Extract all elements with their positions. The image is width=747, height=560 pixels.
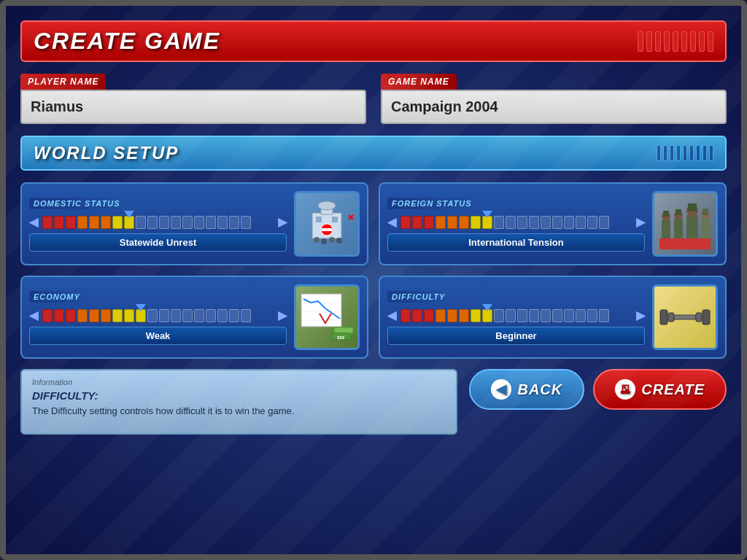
world-setup-title: WORLD SETUP xyxy=(34,143,657,163)
svg-rect-4 xyxy=(316,217,322,222)
foreign-status-panel: FOREIGN STATUS ◀ xyxy=(379,182,727,265)
svg-rect-37 xyxy=(674,315,696,319)
economy-right-arrow[interactable]: ▶ xyxy=(278,308,287,322)
info-box-text: The Difficulty setting controls how diff… xyxy=(32,405,446,418)
header-dash xyxy=(655,31,661,52)
button-row: ◀ BACK 🗳 CREATE xyxy=(469,369,727,410)
svg-rect-21 xyxy=(686,215,698,238)
create-button[interactable]: 🗳 CREATE xyxy=(593,369,727,410)
player-name-input[interactable] xyxy=(20,90,366,124)
svg-point-9 xyxy=(321,238,327,244)
svg-rect-35 xyxy=(660,310,667,324)
economy-inner: ECONOMY ◀ xyxy=(29,289,287,345)
svg-rect-27 xyxy=(301,294,341,327)
page-title: CREATE GAME xyxy=(34,28,630,55)
svg-point-11 xyxy=(336,238,342,244)
svg-rect-20 xyxy=(676,209,681,215)
player-name-label: PLAYER NAME xyxy=(20,74,106,90)
section-decoration xyxy=(657,145,713,161)
difficulty-slider-row: ◀ xyxy=(387,308,645,322)
game-name-label: GAME NAME xyxy=(381,74,457,90)
header-bar: CREATE GAME xyxy=(20,20,727,62)
svg-rect-18 xyxy=(674,219,683,238)
domestic-slider-indicator xyxy=(124,211,134,218)
difficulty-slider-indicator xyxy=(482,304,492,311)
svg-point-3 xyxy=(318,201,336,210)
domestic-icon-svg xyxy=(298,195,356,253)
economy-slider-bar[interactable] xyxy=(42,309,274,322)
difficulty-left-arrow[interactable]: ◀ xyxy=(387,308,396,322)
svg-rect-38 xyxy=(696,313,702,322)
svg-rect-26 xyxy=(703,209,708,215)
svg-rect-17 xyxy=(663,211,669,217)
difficulty-value-label: Beginner xyxy=(387,327,645,345)
economy-value-label: Weak xyxy=(29,327,287,345)
header-dash xyxy=(673,31,678,52)
info-box-label: Information xyxy=(32,378,446,386)
back-icon: ◀ xyxy=(491,379,511,400)
svg-rect-7 xyxy=(322,228,332,231)
header-dash xyxy=(646,31,652,52)
economy-left-arrow[interactable]: ◀ xyxy=(29,308,38,322)
difficulty-label: DIFFICULTY xyxy=(387,291,449,303)
header-dash xyxy=(681,31,687,52)
svg-rect-32 xyxy=(334,327,353,333)
svg-point-10 xyxy=(329,237,335,243)
difficulty-panel: DIFFICULTY ◀ xyxy=(379,276,727,359)
difficulty-icon xyxy=(652,284,718,350)
header-dash xyxy=(638,31,643,52)
economy-label: ECONOMY xyxy=(29,291,85,303)
difficulty-right-arrow[interactable]: ▶ xyxy=(636,308,645,322)
difficulty-inner: DIFFICULTY ◀ xyxy=(387,289,645,345)
economy-slider-row: ◀ xyxy=(29,308,287,322)
svg-rect-15 xyxy=(662,220,670,238)
create-icon: 🗳 xyxy=(615,379,635,400)
difficulty-slider-bar[interactable] xyxy=(400,309,632,322)
game-name-input[interactable] xyxy=(381,90,727,124)
foreign-slider-bar[interactable] xyxy=(400,216,632,229)
domestic-label: DOMESTIC STATUS xyxy=(29,198,124,209)
svg-rect-39 xyxy=(703,310,710,324)
foreign-icon xyxy=(652,191,718,257)
economy-icon-svg: $$$ xyxy=(298,288,356,346)
domestic-value-label: Statewide Unrest xyxy=(29,233,287,252)
economy-icon: $$$ xyxy=(294,284,360,350)
domestic-inner: DOMESTIC STATUS ◀ xyxy=(29,196,287,252)
create-label: CREATE xyxy=(641,381,705,398)
svg-point-8 xyxy=(314,237,320,243)
bottom-section: Information DIFFICULTY: The Difficulty s… xyxy=(20,369,727,435)
foreign-left-arrow[interactable]: ◀ xyxy=(387,215,396,229)
back-label: BACK xyxy=(517,381,562,398)
header-dash xyxy=(708,31,713,52)
foreign-slider-row: ◀ xyxy=(387,215,645,229)
player-name-group: PLAYER NAME xyxy=(20,74,366,124)
back-button[interactable]: ◀ BACK xyxy=(469,369,584,410)
economy-slider-indicator xyxy=(136,304,146,311)
domestic-status-panel: DOMESTIC STATUS ◀ xyxy=(20,182,368,265)
info-box: Information DIFFICULTY: The Difficulty s… xyxy=(20,369,457,435)
game-name-group: GAME NAME xyxy=(381,74,727,124)
header-dash xyxy=(690,31,696,52)
svg-rect-14 xyxy=(659,238,711,249)
foreign-label: FOREIGN STATUS xyxy=(387,198,476,209)
foreign-value-label: International Tension xyxy=(387,233,645,252)
header-dash xyxy=(664,31,670,52)
settings-grid: DOMESTIC STATUS ◀ xyxy=(20,182,727,359)
foreign-slider-indicator xyxy=(482,211,492,218)
svg-rect-5 xyxy=(332,217,338,222)
domestic-left-arrow[interactable]: ◀ xyxy=(29,215,38,229)
economy-panel: ECONOMY ◀ xyxy=(20,276,368,359)
foreign-inner: FOREIGN STATUS ◀ xyxy=(387,196,645,252)
difficulty-icon-svg xyxy=(656,288,714,346)
header-dash xyxy=(699,31,705,52)
domestic-slider-bar[interactable] xyxy=(42,216,274,229)
svg-text:$$$: $$$ xyxy=(337,335,345,340)
input-row: PLAYER NAME GAME NAME xyxy=(20,74,727,124)
domestic-slider-row: ◀ xyxy=(29,215,287,229)
svg-rect-24 xyxy=(701,218,710,238)
foreign-icon-svg xyxy=(656,195,714,253)
domestic-right-arrow[interactable]: ▶ xyxy=(278,215,287,229)
domestic-icon xyxy=(294,191,360,257)
svg-rect-23 xyxy=(688,203,697,211)
foreign-right-arrow[interactable]: ▶ xyxy=(636,215,645,229)
